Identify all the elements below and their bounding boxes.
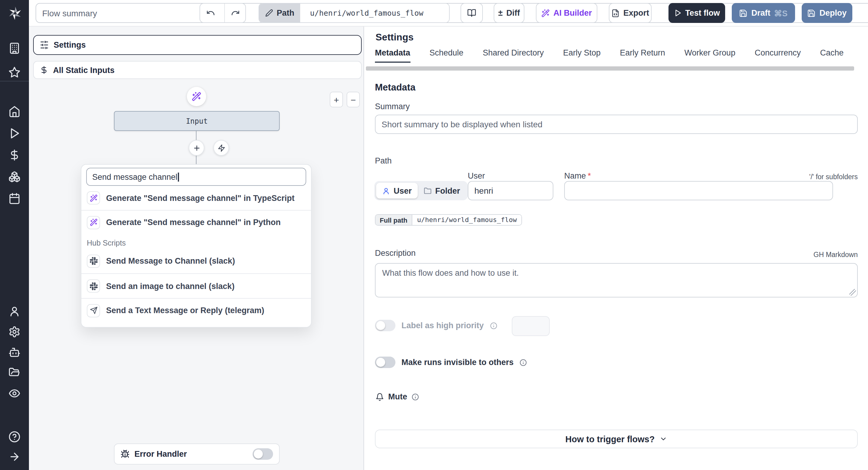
user-icon [382,187,390,195]
owner-kind-folder-button[interactable]: Folder [418,183,466,199]
windmill-flow-editor: Path u/henri/world_famous_flow ± Diff AI… [0,0,868,470]
hub-script-slack-message[interactable]: Send Message to Channel (slack) [82,248,311,273]
path-chip-value[interactable]: u/henri/world_famous_flow [304,4,449,22]
left-nav-rail [0,0,29,470]
owner-kind-folder-label: Folder [435,186,460,195]
wand-sparkles-icon [87,216,100,229]
high-priority-toggle[interactable] [375,320,396,331]
invisible-runs-toggle[interactable] [375,357,396,368]
save-icon [739,9,748,17]
deploy-button[interactable]: Deploy [802,3,852,23]
play-icon [674,9,681,17]
priority-value-input[interactable] [512,316,550,336]
flow-graph-panel: Settings All Static Inputs Input + − Sen… [29,27,364,470]
expand-arrow-icon[interactable] [8,451,21,463]
ai-flow-button[interactable] [187,87,206,106]
error-handler-row[interactable]: Error Handler [114,443,280,465]
settings-title: Settings [375,32,413,43]
save-icon [807,9,816,17]
owner-kind-user-label: User [394,186,412,195]
redo-button[interactable] [224,4,245,22]
folder-icon [424,187,432,195]
building-icon[interactable] [8,42,21,54]
undo-icon [206,8,215,18]
tab-early-return[interactable]: Early Return [620,48,665,63]
zoom-in-button[interactable]: + [330,92,343,108]
summary-label: Summary [375,102,410,111]
step-picker-dropdown: Send message channel Generate "Send mess… [81,164,312,328]
all-static-inputs-row[interactable]: All Static Inputs [33,61,362,79]
diff-label: Diff [506,8,520,18]
runs-play-icon[interactable] [8,127,21,139]
chevron-down-icon [659,435,667,443]
path-chip-left: Path [259,4,301,22]
add-step-button[interactable] [189,140,204,156]
docs-button[interactable] [461,3,483,23]
flow-settings-row[interactable]: Settings [33,35,362,55]
slack-icon [87,280,100,293]
user-input[interactable] [468,181,553,200]
how-to-trigger-flows-expander[interactable]: How to trigger flows? [375,430,858,448]
draft-button[interactable]: Draft ⌘S [732,3,795,23]
plus-minus-icon: ± [498,8,503,18]
tab-metadata[interactable]: Metadata [375,48,410,63]
tab-shared-directory[interactable]: Shared Directory [483,48,544,63]
info-icon [411,393,418,400]
description-textarea[interactable] [375,263,858,297]
suggestion-label: Generate "Send message channel" in TypeS… [106,194,294,202]
schedules-calendar-icon[interactable] [8,193,21,205]
suggestion-label: Generate "Send message channel" in Pytho… [106,218,281,227]
subfolder-hint: '/' for subfolders [809,173,858,180]
workers-bot-icon[interactable] [8,346,21,358]
user-icon[interactable] [8,305,21,317]
star-icon[interactable] [8,66,21,79]
variables-dollar-icon[interactable] [8,149,21,161]
full-path-label: Full path [375,215,412,225]
dollar-icon [40,66,48,74]
resources-boxes-icon[interactable] [8,171,21,183]
help-icon[interactable] [8,431,21,443]
settings-panel: Settings Metadata Schedule Shared Direct… [364,27,868,470]
suggestion-generate-typescript[interactable]: Generate "Send message channel" in TypeS… [82,186,311,210]
hub-script-slack-image[interactable]: Send an image to channel (slack) [82,273,311,298]
undo-button[interactable] [200,4,221,22]
hub-script-telegram-message[interactable]: Send a Text Message or Reply (telegram) [82,298,311,322]
name-input[interactable] [564,181,833,200]
eye-icon[interactable] [8,387,21,400]
export-button[interactable]: Export [609,3,652,23]
home-icon[interactable] [8,106,21,118]
summary-input[interactable] [375,115,858,134]
draft-label: Draft [751,8,770,18]
ai-builder-button[interactable]: AI Builder [536,3,597,23]
tab-worker-group[interactable]: Worker Group [684,48,735,63]
error-handler-label: Error Handler [134,449,187,459]
tabs-scrollbar[interactable] [366,66,854,70]
zoom-out-button[interactable]: − [347,92,360,108]
tab-early-stop[interactable]: Early Stop [563,48,601,63]
zap-icon [217,144,225,152]
tab-concurrency[interactable]: Concurrency [755,48,801,63]
redo-icon [230,8,240,18]
error-handler-toggle[interactable] [253,448,273,460]
tab-cache[interactable]: Cache [820,48,844,63]
wand-sparkles-icon [192,92,201,101]
folders-icon[interactable] [8,367,21,379]
path-chip[interactable]: Path u/henri/world_famous_flow [258,3,450,23]
draft-shortcut: ⌘S [774,8,787,18]
settings-gear-icon[interactable] [8,326,21,338]
user-field-label: User [468,171,485,180]
mute-row[interactable]: Mute [375,392,418,401]
tab-schedule[interactable]: Schedule [430,48,464,63]
step-search-input[interactable]: Send message channel [86,168,306,186]
all-static-inputs-label: All Static Inputs [53,65,115,75]
diff-button[interactable]: ± Diff [494,3,524,23]
input-node[interactable]: Input [114,111,280,131]
test-flow-button[interactable]: Test flow [669,3,725,23]
windmill-logo-icon[interactable] [7,5,23,21]
add-trigger-button[interactable] [213,140,229,156]
slack-icon [87,254,100,268]
owner-kind-user-button[interactable]: User [376,183,418,199]
required-asterisk: * [588,171,591,180]
info-icon [490,322,497,329]
suggestion-generate-python[interactable]: Generate "Send message channel" in Pytho… [82,210,311,234]
